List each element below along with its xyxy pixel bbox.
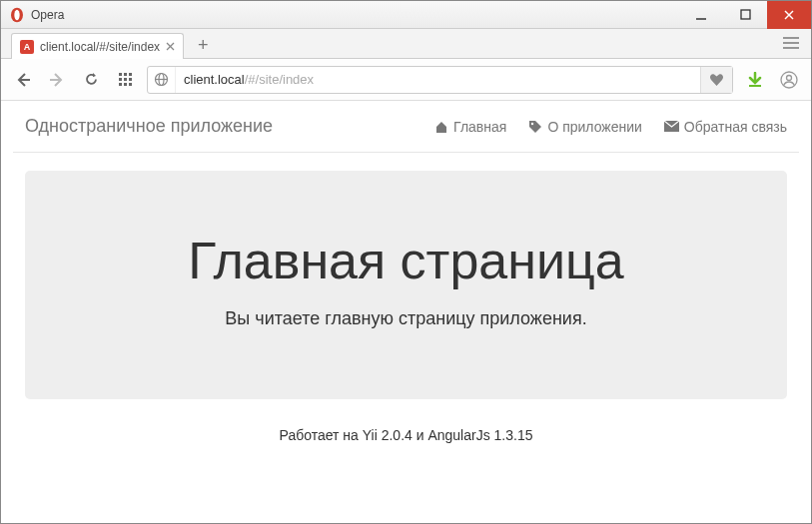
browser-menu-button[interactable]	[771, 28, 811, 58]
browser-toolbar: client.local/#/site/index	[1, 59, 811, 101]
nav-link-contact[interactable]: Обратная связь	[664, 119, 787, 135]
url-host: client.local	[184, 72, 245, 87]
close-button[interactable]	[767, 1, 811, 29]
svg-rect-20	[124, 83, 127, 86]
window-title: Opera	[31, 8, 679, 22]
opera-logo-icon	[9, 7, 25, 23]
tab-favicon-icon: A	[20, 40, 34, 54]
navbar-brand[interactable]: Одностраничное приложение	[25, 116, 273, 137]
svg-rect-3	[741, 10, 750, 19]
back-button[interactable]	[11, 68, 35, 92]
footer-text: Работает на Yii 2.0.4 и AngularJs 1.3.15	[13, 427, 799, 443]
svg-point-27	[787, 75, 792, 80]
browser-tab[interactable]: A client.local/#/site/index	[11, 33, 184, 59]
jumbotron: Главная страница Вы читаете главную стра…	[25, 171, 787, 399]
globe-icon	[148, 67, 176, 93]
nav-link-about-label: О приложении	[547, 119, 641, 135]
svg-rect-16	[119, 78, 122, 81]
site-navbar: Одностраничное приложение Главная О прил…	[13, 101, 799, 153]
svg-rect-14	[124, 73, 127, 76]
svg-rect-13	[119, 73, 122, 76]
maximize-button[interactable]	[723, 1, 767, 29]
nav-link-home-label: Главная	[453, 119, 506, 135]
bookmark-button[interactable]	[700, 67, 732, 93]
address-bar[interactable]: client.local/#/site/index	[147, 66, 733, 94]
svg-rect-17	[124, 78, 127, 81]
new-tab-button[interactable]: +	[192, 32, 215, 58]
envelope-icon	[664, 121, 679, 132]
page-footer: Работает на Yii 2.0.4 и AngularJs 1.3.15	[13, 427, 799, 443]
minimize-button[interactable]	[679, 1, 723, 29]
home-icon	[434, 120, 448, 134]
window-titlebar: Opera	[1, 1, 811, 29]
svg-rect-19	[119, 83, 122, 86]
speed-dial-button[interactable]	[113, 68, 137, 92]
svg-point-1	[14, 9, 19, 20]
url-input[interactable]: client.local/#/site/index	[176, 72, 700, 87]
nav-link-home[interactable]: Главная	[434, 119, 506, 135]
tab-close-button[interactable]	[166, 42, 175, 51]
downloads-button[interactable]	[743, 68, 767, 92]
page-content: Одностраничное приложение Главная О прил…	[1, 101, 811, 443]
page-heading: Главная страница	[45, 231, 767, 290]
nav-link-about[interactable]: О приложении	[528, 119, 641, 135]
svg-rect-21	[129, 83, 132, 86]
tab-title: client.local/#/site/index	[40, 40, 160, 54]
nav-link-contact-label: Обратная связь	[684, 119, 787, 135]
forward-button[interactable]	[45, 68, 69, 92]
svg-rect-15	[129, 73, 132, 76]
account-button[interactable]	[777, 68, 801, 92]
url-path: /#/site/index	[245, 72, 314, 87]
tab-strip: A client.local/#/site/index +	[1, 29, 811, 59]
svg-point-28	[531, 122, 533, 124]
svg-rect-18	[129, 78, 132, 81]
reload-button[interactable]	[79, 68, 103, 92]
page-subheading: Вы читаете главную страницу приложения.	[45, 308, 767, 329]
tag-icon	[528, 120, 542, 134]
